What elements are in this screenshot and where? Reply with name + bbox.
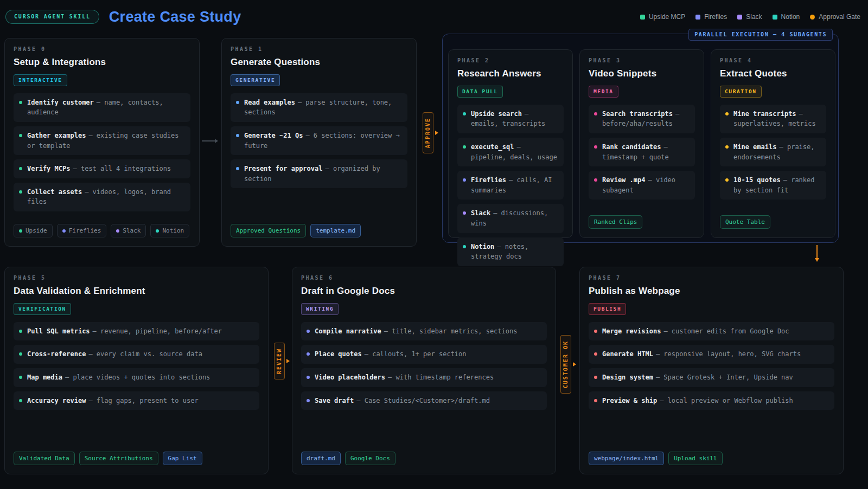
step-item: Review .mp4— video subagent <box>589 171 695 200</box>
step-label: Preview & ship <box>602 397 657 404</box>
bullet-icon <box>463 178 466 182</box>
arrow-line <box>202 140 215 141</box>
tag-chip: Quote Table <box>720 215 770 229</box>
bullet-icon <box>594 376 597 379</box>
phase-badge: CURATION <box>720 86 762 98</box>
step-item: execute_sql— pipeline, deals, usage <box>457 138 564 166</box>
bullet-icon <box>307 376 310 379</box>
step-text: Verify MCPs— test all 4 integrations <box>27 164 171 174</box>
step-text: Search transcripts— before/aha/results <box>602 109 690 129</box>
tag-chip: Upload skill <box>668 452 722 465</box>
phase-1-card: PHASE 1 Generate Questions GENERATIVE Re… <box>221 38 417 247</box>
gate-box: APPROVE <box>423 112 433 153</box>
step-text: Notion— notes, strategy docs <box>471 242 558 262</box>
step-text: execute_sql— pipeline, deals, usage <box>471 142 558 162</box>
step-list: Mine transcripts— superlatives, metrics … <box>720 105 826 200</box>
step-text: Slack— discussions, wins <box>471 208 558 228</box>
bullet-icon <box>19 399 22 402</box>
step-desc: — customer edits from Google Doc <box>663 327 789 335</box>
bullet-icon <box>19 330 22 333</box>
step-label: Read examples <box>244 99 295 106</box>
phase-title: Research Answers <box>457 68 564 79</box>
bullet-icon <box>725 112 729 115</box>
step-desc: — local preview or Webflow publish <box>660 397 793 404</box>
bullet-icon <box>19 167 22 170</box>
step-label: Upside search <box>471 110 522 118</box>
phase-3-card: PHASE 3 Video Snippets MEDIA Search tran… <box>579 49 704 238</box>
bullet-icon <box>236 167 239 170</box>
bullet-icon <box>19 376 22 379</box>
step-item: Design system— Space Grotesk + Inter, Up… <box>589 368 834 387</box>
step-text: Read examples— parse structure, tone, se… <box>244 98 402 118</box>
step-desc: — test all 4 integrations <box>73 165 171 172</box>
phase-kicker: PHASE 6 <box>301 275 547 281</box>
legend-label: Fireflies <box>704 13 727 21</box>
tag-dot-icon <box>156 229 159 233</box>
tag-label: Validated Data <box>19 455 69 461</box>
step-item: Save draft— Case Studies/<Customer>/draf… <box>301 391 547 410</box>
approval-gate-customer-ok: CUSTOMER OK <box>560 335 576 394</box>
step-desc: — with timestamp references <box>388 374 494 381</box>
step-label: Collect assets <box>27 188 82 196</box>
chevron-right-icon <box>286 359 290 363</box>
phase-7-card: PHASE 7 Publish as Webpage PUBLISH Merge… <box>579 267 844 474</box>
phase-title: Generate Questions <box>231 57 407 68</box>
phase-badge: DATA PULL <box>457 86 503 98</box>
arrow-head <box>815 258 819 262</box>
phase-badge: GENERATIVE <box>231 74 280 86</box>
bullet-icon <box>463 211 466 215</box>
step-text: Rank candidates— timestamp + quote <box>602 142 690 162</box>
workflow-diagram: CURSOR AGENT SKILL Create Case Study Ups… <box>0 0 868 489</box>
phase-kicker: PHASE 0 <box>14 47 190 52</box>
tag-label: template.md <box>316 228 355 234</box>
bullet-icon <box>307 330 310 333</box>
step-text: Identify customer— name, contacts, audie… <box>27 98 185 118</box>
phase-6-card: PHASE 6 Draft in Google Docs WRITING Com… <box>292 267 556 474</box>
step-item: Read examples— parse structure, tone, se… <box>231 93 407 122</box>
step-text: Present for approval— organized by secti… <box>244 164 402 184</box>
tag-label: Source Attributions <box>85 455 153 461</box>
tag-label: Upload skill <box>674 455 717 461</box>
legend-item: Slack <box>737 13 762 21</box>
step-label: Notion <box>471 243 494 250</box>
phase-2-card: PHASE 2 Research Answers DATA PULL Upsid… <box>448 49 573 238</box>
step-item: Generate HTML— responsive layout, hero, … <box>589 345 834 364</box>
step-item: Upside search— emails, transcripts <box>457 105 564 133</box>
step-item: Identify customer— name, contacts, audie… <box>14 93 190 122</box>
step-text: Fireflies— calls, AI summaries <box>471 175 558 195</box>
tag-dot-icon <box>116 229 119 233</box>
step-label: Slack <box>471 209 490 217</box>
step-label: Review .mp4 <box>602 176 645 184</box>
gate-label: APPROVE <box>425 118 431 148</box>
parallel-label: PARALLEL EXECUTION — 4 SUBAGENTS <box>688 29 833 41</box>
legend-swatch-icon <box>640 15 645 20</box>
step-item: 10-15 quotes— ranked by section fit <box>720 171 826 200</box>
step-text: Generate ~21 Qs— 6 sections: overview → … <box>244 131 402 151</box>
step-desc: — revenue, pipeline, before/after <box>93 327 222 335</box>
chevron-right-icon <box>435 131 438 135</box>
step-label: Cross-reference <box>27 350 86 358</box>
step-desc: — responsive layout, hero, SVG charts <box>656 350 801 358</box>
flow-arrow-icon <box>202 139 218 143</box>
tag-label: Upside <box>25 228 47 234</box>
gate-label: REVIEW <box>277 348 282 374</box>
tag-chip: Validated Data <box>14 452 75 465</box>
tag-label: Google Docs <box>350 455 390 461</box>
step-text: Pull SQL metrics— revenue, pipeline, bef… <box>27 326 222 337</box>
step-item: Fireflies— calls, AI summaries <box>457 171 564 200</box>
phase-5-card: PHASE 5 Data Validation & Enrichment VER… <box>4 267 269 474</box>
step-text: Gather examples— existing case studies o… <box>27 131 185 151</box>
phase-badge: WRITING <box>301 303 339 315</box>
legend-label: Approval Gate <box>819 13 860 21</box>
step-label: Map media <box>27 374 62 381</box>
step-item: Rank candidates— timestamp + quote <box>589 138 695 166</box>
approval-gate-approve: APPROVE <box>423 112 438 153</box>
tag-label: Notion <box>162 228 184 234</box>
step-item: Cross-reference— every claim vs. source … <box>14 345 259 364</box>
tag-label: Approved Questions <box>236 228 301 234</box>
page-title: Create Case Study <box>109 9 241 25</box>
phase-badge: PUBLISH <box>589 303 626 315</box>
bullet-icon <box>19 352 22 356</box>
tag-label: Gap List <box>168 455 197 461</box>
tag-label: Fireflies <box>69 228 101 234</box>
